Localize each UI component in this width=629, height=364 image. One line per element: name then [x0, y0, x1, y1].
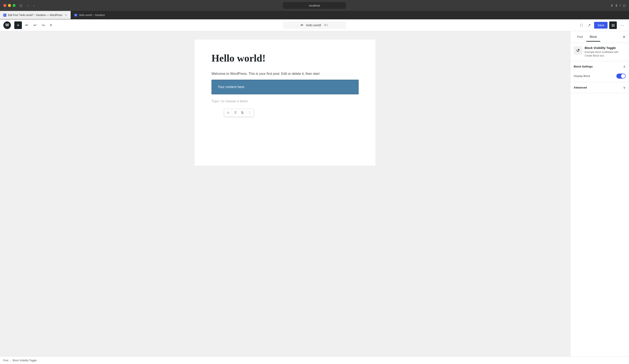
plus-icon: +: [17, 22, 19, 28]
sidebar-toggle-btn[interactable]: ⊡: [18, 3, 23, 8]
drag-handle-button[interactable]: ⠿: [232, 109, 239, 117]
url-text: localhost: [309, 4, 320, 7]
paragraph-text[interactable]: Welcome to WordPress. This is your first…: [211, 71, 359, 77]
external-link-button[interactable]: ↗: [586, 22, 592, 29]
paragraph-block[interactable]: ☺ ⠿ ⇅ ⋮ Welcome to W: [211, 71, 359, 77]
drag-icon: ⠿: [234, 111, 237, 115]
tabs-btn[interactable]: ⊡: [623, 3, 626, 7]
settings-panel-button[interactable]: ▤: [609, 21, 617, 29]
block-type-icon: ↺: [576, 48, 580, 53]
tab-post[interactable]: Post: [574, 33, 586, 42]
block-settings-title: Block Settings: [574, 65, 593, 68]
share-btn[interactable]: ⬆: [615, 3, 618, 7]
close-traffic-light[interactable]: [3, 4, 6, 7]
tab-wordpress-editor[interactable]: W Edit Post "Hello world!" ‹ Sandbox — W…: [0, 11, 71, 19]
block-settings-section: Block Settings ∧ Display Block: [570, 61, 629, 82]
breadcrumb-root[interactable]: Post: [3, 359, 8, 362]
block-info-section: ↺ Block Visibility Toggle Example block …: [570, 43, 629, 61]
sidebar-close-button[interactable]: ✕: [623, 35, 626, 39]
tab-favicon-wp: W: [3, 14, 6, 17]
breadcrumb-separator: ›: [10, 359, 11, 362]
tab-block[interactable]: Block: [586, 33, 600, 42]
edit-icon: ✏: [301, 23, 303, 27]
display-block-label: Display Block: [574, 74, 590, 78]
toolbar-right: □ ↗ Save ▤ ⋯: [579, 21, 626, 29]
wp-logo[interactable]: W: [3, 21, 11, 29]
block-settings-header[interactable]: Block Settings ∧: [570, 61, 629, 72]
wp-canvas[interactable]: Hello world! ☺ ⠿ ⇅: [0, 31, 570, 357]
list-icon: ≡: [50, 23, 52, 27]
move-block-button[interactable]: ⇅: [239, 109, 246, 117]
status-bar: Post › Block Visibility Toggle: [0, 357, 629, 364]
tab-favicon-hello: W: [74, 14, 77, 17]
breadcrumb-current: Block Visibility Toggle: [13, 359, 37, 362]
advanced-header[interactable]: Advanced ∨: [570, 82, 629, 93]
toolbar-center[interactable]: ✏ Hello world! ⌘K: [283, 21, 346, 29]
tab-close-editor[interactable]: ✕: [65, 13, 67, 17]
wp-main: Hello world! ☺ ⠿ ⇅: [0, 31, 629, 357]
view-icon: □: [580, 23, 583, 27]
chevron-down-icon: ∨: [623, 86, 626, 90]
new-tab-btn[interactable]: +: [619, 3, 621, 7]
display-block-setting: Display Block: [570, 72, 629, 82]
sidebar-tabs: Post Block ✕: [570, 31, 629, 43]
wp-editor: W + ✏ ↩ ↪ ≡ ✏ Hello world! ⌘K □ ↗ S: [0, 19, 629, 364]
download-btn[interactable]: ⬇: [611, 3, 613, 7]
external-link-icon: ↗: [588, 23, 591, 27]
tab-label-hello: Hello world! – Sandbox: [79, 14, 105, 17]
settings-icon: ▤: [612, 23, 615, 27]
maximize-traffic-light[interactable]: [13, 4, 15, 7]
editor-content[interactable]: Hello world! ☺ ⠿ ⇅: [195, 39, 375, 166]
undo-button[interactable]: ↩: [32, 22, 38, 29]
post-title[interactable]: Hello world!: [211, 52, 359, 64]
redo-icon: ↪: [42, 23, 45, 27]
close-icon: ✕: [623, 35, 626, 39]
wp-sidebar: Post Block ✕ ↺ Block Visibility Toggle E…: [570, 31, 629, 357]
redo-button[interactable]: ↪: [40, 22, 46, 29]
save-button[interactable]: Save: [594, 22, 608, 29]
block-placeholder[interactable]: Type / to choose a block: [211, 99, 359, 103]
block-icon-display: ↺: [574, 46, 582, 55]
list-view-button[interactable]: ≡: [48, 22, 54, 29]
add-block-button[interactable]: +: [14, 21, 22, 29]
undo-icon: ↩: [33, 23, 37, 27]
block-type-button[interactable]: ☺: [224, 109, 232, 116]
block-options-button[interactable]: ⋮: [246, 109, 254, 117]
more-options-button[interactable]: ⋯: [619, 22, 626, 29]
block-name: Block Visibility Toggle: [585, 46, 626, 50]
tab-label-editor: Edit Post "Hello world!" ‹ Sandbox — Wor…: [8, 14, 62, 17]
advanced-section: Advanced ∨: [570, 82, 629, 93]
block-info-text: Block Visibility Toggle Example block sc…: [585, 46, 626, 58]
post-title-display: Hello world!: [306, 23, 321, 27]
tab-hello-world[interactable]: W Hello world! – Sandbox: [71, 11, 108, 19]
block-toolbar: ☺ ⠿ ⇅ ⋮: [224, 109, 254, 117]
pencil-icon: ✏: [25, 23, 28, 27]
minimize-traffic-light[interactable]: [8, 4, 11, 7]
advanced-title: Advanced: [574, 86, 587, 89]
more-icon: ⋯: [620, 23, 624, 27]
traffic-lights: [3, 4, 15, 7]
options-icon: ⋮: [248, 111, 251, 115]
chevron-up-icon: ∧: [623, 65, 626, 69]
custom-block[interactable]: Your content here.: [211, 80, 359, 94]
block-description: Example block scaffolded with Create Blo…: [585, 50, 626, 58]
shortcut-hint: ⌘K: [324, 23, 328, 27]
preview-button[interactable]: □: [579, 22, 584, 29]
display-block-toggle[interactable]: [616, 74, 626, 79]
browser-right-controls: ⬇ ⬆ + ⊡: [611, 3, 626, 7]
tools-button[interactable]: ✏: [23, 22, 30, 29]
custom-block-text: Your content here.: [218, 85, 245, 89]
move-icon: ⇅: [241, 111, 244, 115]
address-bar[interactable]: localhost: [283, 2, 346, 9]
browser-chrome: ⊡ ‹ › localhost ⬇ ⬆ + ⊡: [0, 0, 629, 11]
smiley-icon: ☺: [226, 111, 230, 115]
forward-btn[interactable]: ›: [32, 3, 35, 8]
wp-toolbar: W + ✏ ↩ ↪ ≡ ✏ Hello world! ⌘K □ ↗ S: [0, 19, 629, 31]
tab-bar: W Edit Post "Hello world!" ‹ Sandbox — W…: [0, 11, 629, 19]
back-btn[interactable]: ‹: [26, 3, 29, 8]
